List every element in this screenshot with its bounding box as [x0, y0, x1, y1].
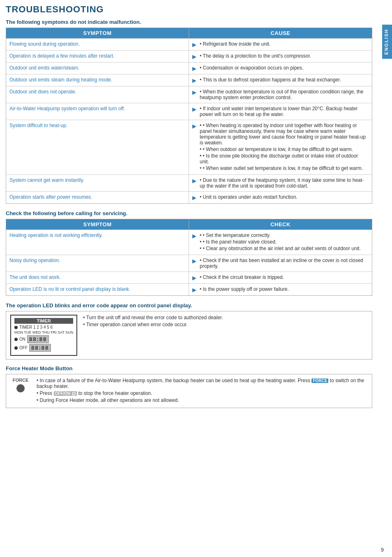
timer-display-title: TIMER: [14, 318, 73, 324]
timer-line-1: TIMER 1 2 3 4 5 6: [19, 325, 53, 330]
cell-cause: ▶• Unit is operates under auto restart f…: [189, 192, 372, 203]
cell-check: ▶• Is the power supply off or power fail…: [189, 284, 372, 295]
cell-symptom: Noisy during operation.: [6, 255, 189, 272]
cause-text: • When the outdoor temperature is out of…: [200, 89, 369, 100]
section1-table-body: Flowing sound during operation.▶• Refrig…: [6, 38, 372, 203]
table-row: Outdoor unit emits steam during heating …: [6, 74, 372, 86]
timer-off-lcd: 88:88: [29, 344, 51, 352]
force-badge: FORCE: [311, 378, 328, 383]
arrow-icon: ▶: [192, 195, 196, 201]
cell-cause: ▶• When heating is operated by indoor un…: [189, 120, 372, 174]
arrow-icon: ▶: [192, 53, 196, 60]
arrow-icon: ▶: [192, 65, 196, 72]
cell-symptom: Air-to-Water Heatpump system operation w…: [6, 103, 189, 120]
cause-text: • The delay is a protection to the unit'…: [200, 53, 369, 59]
table-row: Air-to-Water Heatpump system operation w…: [6, 103, 372, 120]
list-item: Timer operation cancel when error code o…: [83, 322, 223, 327]
table-row: System cannot get warm instantly.▶• Due …: [6, 174, 372, 191]
timer-instructions-list: Turn the unit off and reveal the error c…: [83, 315, 223, 327]
arrow-icon: ▶: [192, 89, 196, 95]
section2-check-header: CHECK: [189, 219, 372, 230]
table-row: Operation LED is no lit or control panel…: [6, 283, 372, 295]
cell-cause: ▶• When the outdoor temperature is out o…: [189, 86, 372, 103]
list-item: • Is the snow pile blocking the discharg…: [200, 153, 369, 165]
sidebar-english-label: ENGLISH: [382, 25, 392, 59]
section2-table-body: Heating operation is not working efficie…: [6, 230, 372, 295]
table-row: Outdoor unit emits water/steam.▶• Conden…: [6, 62, 372, 74]
page-title: TROUBLESHOOTING: [6, 4, 372, 15]
cause-text: • Condensation or evaporation occurs on …: [200, 65, 369, 71]
timer-on-label: ON: [19, 337, 25, 341]
table-row: Operation starts after power resumes.▶• …: [6, 191, 372, 203]
arrow-icon: ▶: [192, 42, 196, 48]
timer-dot-1: [14, 326, 18, 329]
cell-symptom: Operation is delayed a few minutes after…: [6, 51, 189, 62]
cell-symptom: Operation LED is no lit or control panel…: [6, 284, 189, 295]
cell-cause: ▶• Refrigerant flow inside the unit.: [189, 39, 372, 50]
arrow-icon: ▶: [192, 233, 196, 239]
cell-symptom: Outdoor unit emits steam during heating …: [6, 74, 189, 86]
timer-days: MON TUE WED THU FRI SAT SUN: [14, 330, 73, 334]
cell-cause: ▶• Due to the nature of the heatpump sys…: [189, 175, 372, 191]
cell-symptom: System difficult to heat-up.: [6, 120, 189, 174]
section4: Force Heater Mode Button FORCE In case o…: [6, 365, 372, 408]
force-info: In case of a failure of the Air-to-Water…: [37, 378, 368, 404]
cell-cause: ▶• This is due to defrost operation happ…: [189, 74, 372, 86]
cell-symptom: Operation starts after power resumes.: [6, 192, 189, 203]
section3-title: The operation LED blinks and error code …: [6, 302, 372, 309]
force-label: FORCE: [13, 378, 29, 383]
section2: Check the following before calling for s…: [6, 210, 372, 296]
timer-row-1: TIMER 1 2 3 4 5 6: [14, 325, 73, 330]
timer-row-2: MON TUE WED THU FRI SAT SUN: [14, 330, 73, 334]
list-item: • Clear any obstruction at the air inlet…: [200, 246, 369, 251]
arrow-icon: ▶: [192, 123, 196, 129]
table-row: Heating operation is not working efficie…: [6, 230, 372, 255]
cause-text: • Unit is operates under auto restart fu…: [200, 194, 369, 200]
cell-symptom: The unit does not work.: [6, 272, 189, 283]
force-instructions-list: In case of a failure of the Air-to-Water…: [37, 378, 368, 403]
section2-table: SYMPTOM CHECK Heating operation is not w…: [6, 219, 372, 296]
section2-header-row: SYMPTOM CHECK: [6, 219, 372, 230]
cause-text: • When heating is operated by indoor uni…: [200, 123, 369, 172]
timer-dot-2: [14, 338, 18, 341]
list-item: During Force Heater mode, all other oper…: [37, 397, 368, 403]
table-row: Outdoor unit does not operate.▶• When th…: [6, 86, 372, 103]
cell-check: ▶• Set the temperature correctly.• Is th…: [189, 230, 372, 255]
cell-check: ▶• Check if the circuit breaker is tripp…: [189, 272, 372, 283]
section2-symptom-header: SYMPTOM: [6, 219, 189, 230]
table-row: The unit does not work.▶• Check if the c…: [6, 272, 372, 283]
arrow-icon: ▶: [192, 258, 196, 264]
force-heater-section: FORCE In case of a failure of the Air-to…: [6, 374, 372, 408]
cause-text: • This is due to defrost operation happe…: [200, 77, 369, 83]
section3: The operation LED blinks and error code …: [6, 302, 372, 360]
force-icon: FORCE: [10, 378, 31, 392]
arrow-icon: ▶: [192, 77, 196, 84]
force-circle: [16, 384, 25, 392]
list-item: • When outdoor air temperature is low, i…: [200, 146, 369, 152]
cell-cause: ▶• The delay is a protection to the unit…: [189, 51, 372, 62]
cause-text: • Refrigerant flow inside the unit.: [200, 41, 369, 47]
timer-row-4: OFF 88:88: [14, 344, 73, 352]
cell-symptom: Outdoor unit does not operate.: [6, 86, 189, 103]
timer-row-3: ON 88:88: [14, 335, 73, 343]
check-text: • Check if the unit has been installed a…: [200, 258, 369, 269]
check-text: • Check if the circuit breaker is trippe…: [200, 274, 369, 280]
cell-symptom: Heating operation is not working efficie…: [6, 230, 189, 255]
arrow-icon: ▶: [192, 275, 196, 281]
arrow-icon: ▶: [192, 178, 196, 184]
check-text: • Is the power supply off or power failu…: [200, 286, 369, 292]
cause-text: • If indoor unit water inlet temperature…: [200, 106, 369, 117]
timer-display: TIMER TIMER 1 2 3 4 5 6 MON TUE WED THU …: [10, 315, 77, 356]
arrow-icon: ▶: [192, 287, 196, 293]
section2-title: Check the following before calling for s…: [6, 210, 372, 216]
list-item: • Set the temperature correctly.: [200, 232, 369, 238]
cell-symptom: System cannot get warm instantly.: [6, 175, 189, 191]
table-row: Flowing sound during operation.▶• Refrig…: [6, 38, 372, 50]
force-heater-inner: FORCE In case of a failure of the Air-to…: [10, 378, 368, 404]
cause-header: CAUSE: [189, 28, 372, 38]
timer-rows: TIMER 1 2 3 4 5 6 MON TUE WED THU FRI SA…: [14, 325, 73, 352]
section4-title: Force Heater Mode Button: [6, 365, 372, 371]
timer-dot-3: [14, 346, 18, 350]
timer-info: Turn the unit off and reveal the error c…: [83, 315, 223, 329]
arrow-icon: ▶: [192, 106, 196, 112]
